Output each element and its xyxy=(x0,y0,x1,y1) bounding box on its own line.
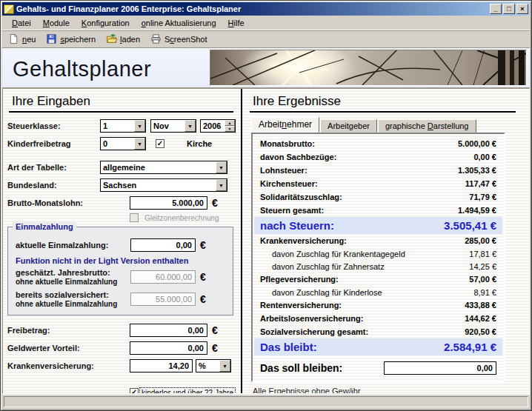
result-value: 1.494,59 € xyxy=(458,206,496,215)
krankenversicherung-row: Krankenversicherung: % ▼ xyxy=(7,357,241,375)
result-label: Steuern gesamt: xyxy=(260,206,324,215)
maximize-button[interactable]: □ xyxy=(503,4,515,14)
result-label: davon Zuschlag für Kinderlose xyxy=(272,288,382,297)
spin-up-icon[interactable]: ▲ xyxy=(225,120,235,126)
jahresbrutto-label-sub: ohne aktuelle Einmalzahlung xyxy=(16,278,117,286)
light-version-notice: Funktion nicht in der Light Version enth… xyxy=(16,254,227,266)
euro-sign: € xyxy=(200,293,206,305)
krankenversicherung-input[interactable] xyxy=(130,359,193,372)
menu-item-hilfe[interactable]: Hilfe xyxy=(223,17,250,29)
chevron-down-icon[interactable]: ▼ xyxy=(216,161,227,173)
result-value: 433,88 € xyxy=(465,301,496,310)
chevron-down-icon[interactable]: ▼ xyxy=(134,138,145,150)
result-row-monatsbrutto: Monatsbrutto:5.000,00 € xyxy=(254,137,502,150)
result-value: 8,91 € xyxy=(473,288,496,297)
brutto-label: Brutto-Monatslohn: xyxy=(7,198,130,207)
result-row-nach-steuern: nach Steuern:3.505,41 € xyxy=(254,217,502,234)
sozialversichert-row: bereits sozialversichert: ohne aktuelle … xyxy=(16,288,227,310)
euro-sign: € xyxy=(200,239,206,251)
krankenversicherung-unit-value: % xyxy=(196,360,219,372)
page-header: Gehaltsplaner xyxy=(2,48,530,88)
art-der-tabelle-label: Art der Tabelle: xyxy=(7,163,100,172)
minimize-button[interactable]: _ xyxy=(490,4,502,14)
inputs-panel-title: Ihre Eingaben xyxy=(9,90,233,113)
result-row-davon-zuschlag-f-r-krankentagegeld: davon Zuschlag für Krankentagegeld17,81 … xyxy=(254,247,502,260)
month-value: Nov xyxy=(151,120,184,132)
chevron-down-icon[interactable]: ▼ xyxy=(219,360,230,372)
menu-item-konfiguration[interactable]: Konfiguration xyxy=(76,17,135,29)
steuerklasse-select[interactable]: 1 ▼ xyxy=(100,119,146,133)
art-der-tabelle-select[interactable]: allgemeine ▼ xyxy=(100,161,227,174)
toolbar-button-label: neu xyxy=(22,35,36,44)
bundesland-select[interactable]: Sachsen ▼ xyxy=(100,178,227,192)
chevron-down-icon[interactable]: ▼ xyxy=(184,120,196,132)
result-label: nach Steuern: xyxy=(260,219,334,232)
das-soll-bleiben-row: Das soll bleiben: xyxy=(254,355,502,376)
kinderfreibetrag-value: 0 xyxy=(101,138,134,150)
art-der-tabelle-value: allgemeine xyxy=(101,161,216,173)
open-folder-icon xyxy=(106,33,117,44)
menu-bar: DateiModuleKonfigurationonline Aktualisi… xyxy=(2,16,530,30)
krankenversicherung-unit-select[interactable]: % ▼ xyxy=(196,359,231,372)
bundesland-row: Bundesland: Sachsen ▼ xyxy=(7,176,241,194)
jahresbrutto-row: geschätzt. Jahresbrutto: ohne aktuelle E… xyxy=(16,266,227,288)
close-button[interactable]: × xyxy=(516,4,528,14)
aktuelle-einmalzahlung-input[interactable] xyxy=(130,238,196,252)
kinderlos-label: kinderlos und über 22 Jahre xyxy=(140,388,235,395)
euro-sign: € xyxy=(212,197,218,209)
status-bar xyxy=(2,394,530,409)
month-select[interactable]: Nov ▼ xyxy=(150,119,196,133)
steuerklasse-value: 1 xyxy=(101,120,134,132)
kinderlos-checkbox[interactable] xyxy=(130,388,139,394)
printer-icon xyxy=(150,33,162,44)
menu-item-module[interactable]: Module xyxy=(38,17,75,29)
result-value: 2.584,91 € xyxy=(444,341,496,353)
steuerklasse-row: Steuerklasse: 1 ▼ Nov ▼ 2006 ▲▼ xyxy=(7,117,241,135)
disclaimer-note: Alle Ergebnisse ohne Gewähr xyxy=(248,385,523,393)
freibetrag-input[interactable] xyxy=(130,324,207,337)
euro-sign: € xyxy=(200,271,206,283)
chevron-down-icon[interactable]: ▼ xyxy=(216,179,227,191)
kinderfreibetrag-select[interactable]: 0 ▼ xyxy=(100,137,146,150)
screenshot-button[interactable]: ScreenShot xyxy=(150,33,207,44)
art-der-tabelle-row: Art der Tabelle: allgemeine ▼ xyxy=(7,158,241,176)
tab-arbeitgeber[interactable]: Arbeitgeber xyxy=(320,119,377,133)
result-row-solidarit-tszuschlag: Solidaritätszuschlag:71,79 € xyxy=(254,190,502,204)
result-row-lohnsteuer: Lohnsteuer:1.305,33 € xyxy=(254,164,502,177)
speichern-button[interactable]: speichern xyxy=(46,33,96,44)
das-soll-bleiben-input[interactable] xyxy=(384,361,496,375)
menu-item-datei[interactable]: Datei xyxy=(7,17,36,29)
spin-down-icon[interactable]: ▼ xyxy=(225,126,235,132)
result-row-arbeitslosenversicherung: Arbeitslosenversicherung:144,62 € xyxy=(254,312,502,325)
laden-button[interactable]: laden xyxy=(106,33,140,44)
result-row-steuern-gesamt: Steuern gesamt:1.494,59 € xyxy=(254,204,502,217)
main-content: Ihre Eingaben Steuerklasse: 1 ▼ Nov ▼ 20… xyxy=(2,88,530,394)
result-label: Sozialversicherung gesamt: xyxy=(260,327,368,336)
result-value: 920,50 € xyxy=(465,327,496,336)
toolbar-button-label: laden xyxy=(120,35,140,44)
app-icon xyxy=(4,4,14,14)
result-label: Kirchensteuer: xyxy=(260,179,318,188)
kirche-checkbox[interactable] xyxy=(156,139,164,148)
chevron-down-icon[interactable]: ▼ xyxy=(134,120,145,132)
menu-item-online-aktualisierung[interactable]: online Aktualisierung xyxy=(136,17,222,29)
result-value: 71,79 € xyxy=(469,193,496,201)
geldwerter-vorteil-row: Geldwerter Vorteil: € xyxy=(7,339,241,357)
neu-button[interactable]: neu xyxy=(8,33,36,44)
tab-arbeitnehmer[interactable]: Arbeitnehmer xyxy=(251,117,319,133)
result-label: Pflegeversicherung: xyxy=(260,275,339,284)
krankenversicherung-label: Krankenversicherung: xyxy=(7,361,130,370)
result-label: Arbeitslosenversicherung: xyxy=(260,314,363,323)
year-stepper[interactable]: 2006 ▲▼ xyxy=(200,119,236,133)
results-tabs: ArbeitnehmerArbeitgebergraphische Darste… xyxy=(251,117,523,133)
geldwerter-vorteil-input[interactable] xyxy=(130,341,207,355)
tab-graphische-darstellung[interactable]: graphische Darstellung xyxy=(378,119,476,133)
aktuelle-einmalzahlung-row: aktuelle Einmalzahlung: € xyxy=(16,236,227,254)
brutto-input[interactable] xyxy=(130,196,207,210)
result-value: 144,62 € xyxy=(465,314,496,323)
result-value: 285,00 € xyxy=(465,236,496,245)
steuerklasse-label: Steuerklasse: xyxy=(7,121,100,130)
year-value: 2006 xyxy=(201,120,225,132)
results-panel-title: Ihre Ergebnisse xyxy=(250,90,516,113)
freibetrag-row: Freibetrag: € xyxy=(7,321,241,339)
